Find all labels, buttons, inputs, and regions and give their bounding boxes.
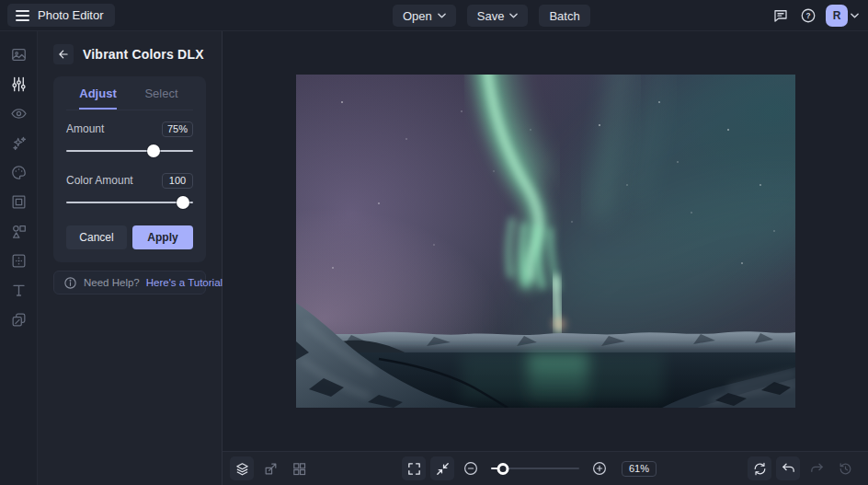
open-label: Open — [403, 9, 432, 23]
sparkles-icon — [10, 134, 28, 152]
chevron-down-icon — [851, 13, 859, 18]
tab-select[interactable]: Select — [130, 76, 193, 110]
layers-button[interactable] — [230, 456, 254, 480]
grid-view-button[interactable] — [287, 456, 311, 480]
help-box: Need Help? Here's a Tutorial — [53, 271, 206, 294]
toolbar-left — [230, 456, 311, 480]
panel-tabs: Adjust Select — [66, 76, 193, 110]
topbar-right: ? R — [769, 0, 861, 31]
open-button[interactable]: Open — [393, 5, 456, 27]
adjustments-icon — [10, 75, 28, 93]
save-button[interactable]: Save — [467, 5, 529, 27]
slider-track — [66, 202, 193, 203]
chevron-down-icon — [509, 13, 518, 18]
color-amount-value-input[interactable] — [162, 173, 193, 189]
adjust-card: Adjust Select Amount Color Amount — [53, 76, 206, 262]
slider-knob[interactable] — [147, 144, 160, 157]
redo-button[interactable] — [805, 456, 828, 480]
arrow-left-icon — [57, 48, 70, 61]
sidebar-item-shapes[interactable] — [3, 216, 34, 246]
texture-icon — [10, 252, 28, 270]
help-button[interactable]: ? — [796, 4, 820, 28]
amount-slider[interactable] — [66, 144, 193, 158]
amount-value-input[interactable] — [162, 121, 193, 137]
info-icon — [63, 276, 77, 290]
slider-knob[interactable] — [177, 196, 189, 209]
save-label: Save — [477, 9, 505, 23]
redo-icon — [809, 461, 825, 477]
sidebar-item-retouch[interactable] — [3, 246, 34, 275]
hamburger-icon — [16, 10, 29, 21]
eye-icon — [10, 105, 28, 122]
transform-button[interactable] — [258, 456, 282, 480]
panel-header: Vibrant Colors DLX — [53, 44, 206, 64]
undo-icon — [781, 461, 796, 477]
file-actions: Open Save Batch — [393, 5, 590, 27]
sidebar-item-effects[interactable] — [3, 128, 34, 157]
canvas-workspace — [223, 31, 868, 485]
transform-icon — [263, 461, 279, 477]
app-title: Photo Editor — [38, 8, 104, 22]
sidebar-item-duplicate[interactable] — [3, 305, 34, 334]
image-icon — [10, 46, 28, 64]
color-amount-slider[interactable] — [66, 195, 193, 210]
fullscreen-icon — [406, 461, 422, 477]
color-amount-control: Color Amount — [66, 172, 193, 210]
color-amount-label: Color Amount — [66, 174, 133, 187]
zoom-slider[interactable] — [491, 461, 579, 476]
grid-icon — [291, 461, 307, 477]
sidebar-item-palette[interactable] — [3, 157, 34, 187]
cancel-button[interactable]: Cancel — [66, 225, 127, 249]
shapes-icon — [10, 223, 28, 240]
help-icon: ? — [800, 7, 817, 24]
palette-icon — [10, 164, 28, 181]
slider-track — [66, 150, 193, 152]
amount-label: Amount — [66, 122, 104, 135]
sidebar-item-frame[interactable] — [3, 187, 34, 216]
feedback-button[interactable] — [769, 4, 793, 28]
chevron-down-icon — [438, 13, 446, 18]
svg-text:?: ? — [805, 12, 810, 20]
tool-sidebar — [0, 31, 38, 485]
apply-button[interactable]: Apply — [132, 225, 193, 249]
zoom-level-input[interactable] — [622, 461, 657, 477]
sidebar-item-eye[interactable] — [3, 98, 34, 128]
sidebar-item-text[interactable] — [3, 275, 34, 305]
undo-button[interactable] — [776, 456, 800, 480]
canvas-holder — [223, 31, 868, 451]
photo-editor-app: Photo Editor Open Save Batch ? R — [0, 0, 868, 485]
panel-title: Vibrant Colors DLX — [83, 47, 204, 62]
text-icon — [10, 282, 28, 299]
zoom-in-button[interactable] — [588, 456, 611, 480]
refresh-icon — [752, 461, 768, 477]
layers-icon — [234, 461, 250, 477]
canvas-image[interactable] — [296, 75, 795, 408]
topbar: Photo Editor Open Save Batch ? R — [0, 0, 868, 31]
main-menu-button[interactable]: Photo Editor — [7, 4, 115, 27]
toolbar-center — [402, 456, 657, 480]
back-button[interactable] — [53, 44, 74, 64]
reset-rotation-button[interactable] — [748, 456, 771, 480]
zoom-out-button[interactable] — [459, 456, 483, 480]
batch-button[interactable]: Batch — [539, 5, 589, 27]
sidebar-item-image[interactable] — [3, 40, 34, 69]
batch-label: Batch — [549, 9, 579, 23]
toolbar-right — [748, 456, 857, 480]
duplicate-icon — [10, 311, 28, 329]
sidebar-item-adjustments[interactable] — [3, 69, 34, 98]
zoom-slider-knob[interactable] — [497, 463, 509, 475]
tab-adjust[interactable]: Adjust — [66, 76, 130, 110]
frame-icon — [10, 193, 28, 211]
chat-icon — [772, 7, 789, 24]
help-text: Need Help? — [84, 277, 140, 288]
bottom-toolbar — [223, 451, 868, 485]
plus-circle-icon — [591, 460, 608, 477]
fit-screen-button[interactable] — [430, 456, 454, 480]
history-button[interactable] — [833, 456, 857, 480]
account-menu-button[interactable]: R — [824, 5, 861, 27]
amount-control: Amount — [66, 121, 193, 158]
fullscreen-button[interactable] — [402, 456, 426, 480]
tutorial-link[interactable]: Here's a Tutorial — [146, 277, 223, 288]
history-icon — [838, 461, 853, 477]
fit-screen-icon — [435, 461, 451, 477]
